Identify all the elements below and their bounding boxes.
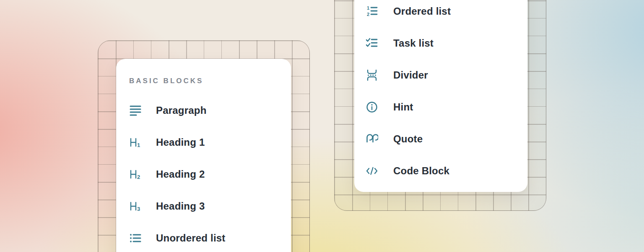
menu-item-code-block[interactable]: Code Block [366,155,527,187]
menu-item-label: Heading 2 [156,168,205,180]
menu-item-label: Quote [393,133,423,145]
divider-icon [366,69,378,81]
svg-text:2: 2 [367,12,369,17]
menu-item-quote[interactable]: Quote [366,123,527,155]
menu-item-label: Unordered list [156,232,226,244]
menu-item-label: Ordered list [393,5,451,17]
svg-text:1: 1 [367,5,369,10]
paragraph-icon [129,104,142,117]
menu-item-label: Paragraph [156,105,207,116]
quote-icon [366,133,378,145]
menu-item-label: Code Block [393,165,449,177]
menu-item-label: Heading 1 [156,136,205,148]
heading-3-icon: 3 [129,200,142,213]
menu-item-label: Divider [393,69,428,81]
hint-icon [366,101,378,113]
section-label: BASIC BLOCKS [129,76,291,86]
menu-item-label: Task list [393,37,434,49]
menu-item-task-list[interactable]: Task list [366,27,527,59]
menu-item-unordered-list[interactable]: Unordered list [129,222,291,252]
hero-canvas: BASIC BLOCKS Paragraph 1 Heading 1 [0,0,644,252]
ordered-list-icon: 1 2 [366,5,378,18]
menu-item-divider[interactable]: Divider [366,59,527,91]
menu-item-heading-3[interactable]: 3 Heading 3 [129,190,291,222]
task-list-icon [366,37,378,50]
code-block-icon [366,165,378,177]
menu-item-label: Hint [393,101,413,113]
menu-item-ordered-list[interactable]: 1 2 Ordered list [366,0,527,27]
unordered-list-icon [129,232,142,244]
menu-item-label: Heading 3 [156,200,205,212]
blocks-menu-continued: 1 2 Ordered list Task list [354,0,527,192]
svg-text:3: 3 [137,206,140,212]
menu-item-heading-1[interactable]: 1 Heading 1 [129,126,291,158]
menu-item-hint[interactable]: Hint [366,91,527,123]
basic-blocks-menu: BASIC BLOCKS Paragraph 1 Heading 1 [116,59,291,252]
svg-text:2: 2 [137,174,140,180]
heading-2-icon: 2 [129,168,142,181]
menu-item-heading-2[interactable]: 2 Heading 2 [129,158,291,190]
basic-blocks-list: Paragraph 1 Heading 1 2 [129,94,291,252]
menu-item-paragraph[interactable]: Paragraph [129,94,291,126]
blocks-list: 1 2 Ordered list Task list [366,0,527,187]
heading-1-icon: 1 [129,136,142,149]
svg-text:1: 1 [137,142,140,148]
